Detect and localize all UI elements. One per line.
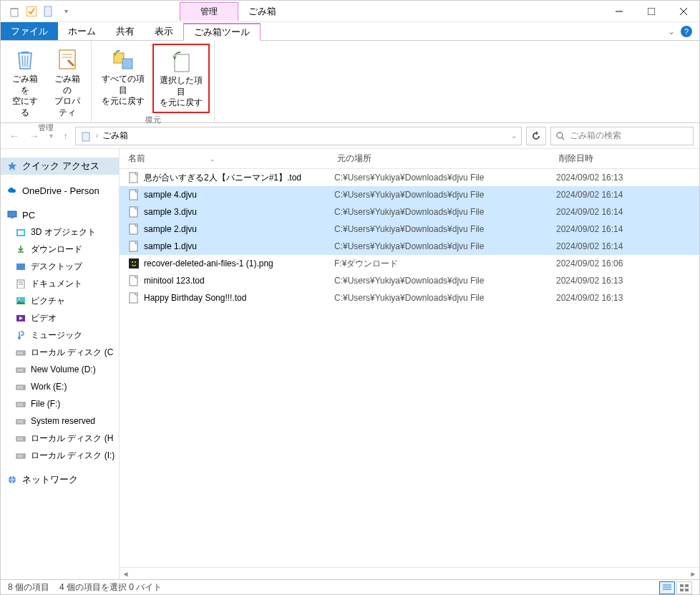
file-deleted-date: 2024/09/02 16:13 [556, 276, 699, 286]
file-name: sample 3.djvu [144, 207, 197, 217]
sidebar-label: ドキュメント [31, 278, 82, 290]
file-location: C:¥Users¥Yukiya¥Downloads¥djvu File [334, 276, 556, 286]
sidebar-item-network[interactable]: ネットワーク [1, 471, 119, 488]
sidebar-item-pc[interactable]: PC [1, 206, 119, 223]
tab-file[interactable]: ファイル [1, 22, 58, 40]
svg-point-41 [23, 421, 24, 422]
sidebar-item[interactable]: New Volume (D:) [1, 361, 119, 378]
folder-icon [15, 295, 26, 306]
maximize-button[interactable] [635, 1, 667, 22]
navigation-bar: ← → ▾ ↑ › ごみ箱 ⌄ ごみ箱の検索 [1, 123, 699, 149]
file-icon [128, 172, 140, 183]
sidebar-label: ダウンロード [31, 243, 82, 256]
sidebar-item-onedrive[interactable]: OneDrive - Person [1, 182, 119, 199]
sidebar-item[interactable]: ローカル ディスク (I:) [1, 447, 119, 464]
thumbnails-view-button[interactable] [676, 581, 692, 594]
scroll-left-icon[interactable]: ◄ [120, 568, 132, 579]
column-header-name[interactable]: 名前⌄ [120, 153, 334, 165]
tab-home[interactable]: ホーム [58, 22, 106, 40]
forward-button[interactable]: → [26, 129, 42, 143]
disk-icon [15, 381, 26, 392]
sidebar-item-quick-access[interactable]: クイック アクセス [1, 158, 119, 175]
recycle-bin-properties-button[interactable]: ごみ箱の プロパティ [47, 44, 87, 121]
chevron-right-icon: › [96, 132, 98, 140]
sidebar-item[interactable]: System reserved [1, 412, 119, 430]
file-row[interactable]: sample 3.djvuC:¥Users¥Yukiya¥Downloads¥d… [120, 203, 699, 221]
dropdown-icon[interactable]: ▾ [59, 5, 72, 18]
file-name: Happy Birthday Song!!!.tod [144, 293, 246, 303]
checkbox-icon[interactable] [25, 5, 38, 18]
svg-rect-24 [16, 263, 25, 270]
file-row[interactable]: Happy Birthday Song!!!.todC:¥Users¥Yukiy… [120, 289, 699, 306]
sidebar-label: ローカル ディスク (C [31, 347, 113, 359]
refresh-button[interactable] [526, 127, 546, 145]
content-area: クイック アクセス OneDrive - Person PC 3D オブジェクト… [1, 149, 699, 579]
restore-selected-button[interactable]: 選択した項目 を元に戻す [152, 44, 210, 113]
status-item-count: 8 個の項目 [8, 581, 49, 594]
column-header-location[interactable]: 元の場所 [334, 153, 556, 165]
file-row[interactable]: recover-deleted-ani-files-1 (1).pngF:¥ダウ… [120, 255, 699, 272]
ribbon-group-restore: すべての項目 を元に戻す 選択した項目 を元に戻す 復元 [92, 41, 215, 122]
file-row[interactable]: sample 2.djvuC:¥Users¥Yukiya¥Downloads¥d… [120, 221, 699, 238]
sidebar-item[interactable]: Work (E:) [1, 378, 119, 395]
sidebar-item[interactable]: ビデオ [1, 309, 119, 326]
file-icon [128, 292, 140, 304]
svg-point-31 [18, 337, 21, 339]
file-row[interactable]: sample 1.djvuC:¥Users¥Yukiya¥Downloads¥d… [120, 238, 699, 255]
disk-icon [15, 450, 26, 461]
file-location: C:¥Users¥Yukiya¥Downloads¥djvu File [334, 241, 556, 251]
horizontal-scrollbar[interactable]: ◄ ► [120, 567, 699, 579]
svg-point-33 [23, 352, 24, 354]
sidebar-label: クイック アクセス [22, 160, 99, 173]
column-header-deleted[interactable]: 削除日時 [556, 153, 699, 165]
svg-point-45 [23, 455, 24, 457]
disk-icon [15, 415, 26, 427]
tab-share[interactable]: 共有 [106, 22, 145, 40]
close-button[interactable] [667, 1, 699, 22]
back-button[interactable]: ← [6, 129, 22, 143]
recent-locations-button[interactable]: ▾ [47, 130, 56, 141]
tab-view[interactable]: 表示 [145, 22, 183, 40]
tab-recycle-bin-tools[interactable]: ごみ箱ツール [183, 23, 261, 41]
sidebar-item[interactable]: 3D オブジェクト [1, 223, 119, 241]
sidebar-item[interactable]: File (F:) [1, 395, 119, 412]
details-view-button[interactable] [659, 581, 675, 594]
properties-icon [54, 47, 80, 72]
file-name: recover-deleted-ani-files-1 (1).png [144, 258, 273, 269]
minimize-button[interactable] [603, 1, 635, 22]
file-row[interactable]: sample 4.djvuC:¥Users¥Yukiya¥Downloads¥d… [120, 186, 699, 203]
sidebar-item[interactable]: ピクチャ [1, 292, 119, 309]
file-deleted-date: 2024/09/02 16:14 [556, 241, 699, 251]
sidebar-item[interactable]: ダウンロード [1, 241, 119, 258]
up-button[interactable]: ↑ [60, 129, 71, 143]
star-icon [6, 160, 18, 172]
titlebar: ▾ 管理 ごみ箱 [1, 1, 699, 22]
file-deleted-date: 2024/09/02 16:14 [556, 190, 699, 200]
file-deleted-date: 2024/09/02 16:13 [556, 173, 699, 183]
help-icon[interactable]: ? [681, 26, 692, 37]
group-label: 復元 [145, 113, 161, 125]
search-box[interactable]: ごみ箱の検索 [550, 127, 694, 145]
recycle-bin-icon [12, 47, 38, 72]
file-row[interactable]: 息が合いすぎる2人【バニーマン#1】.todC:¥Users¥Yukiya¥Do… [120, 169, 699, 186]
restore-all-button[interactable]: すべての項目 を元に戻す [96, 44, 150, 113]
chevron-down-icon[interactable]: ⌄ [511, 132, 517, 140]
search-icon [555, 131, 565, 141]
document-icon[interactable] [42, 5, 55, 18]
sidebar-label: 3D オブジェクト [31, 226, 96, 238]
sidebar-item[interactable]: ミュージック [1, 326, 119, 344]
file-row[interactable]: minitool 123.todC:¥Users¥Yukiya¥Download… [120, 272, 699, 289]
scroll-right-icon[interactable]: ► [687, 568, 699, 579]
svg-point-29 [19, 299, 21, 301]
chevron-down-icon[interactable]: ⌄ [668, 26, 675, 37]
file-rows: 息が合いすぎる2人【バニーマン#1】.todC:¥Users¥Yukiya¥Do… [120, 169, 699, 579]
sidebar-item[interactable]: ドキュメント [1, 275, 119, 292]
empty-recycle-bin-button[interactable]: ごみ箱を 空にする [5, 44, 44, 121]
sidebar-item[interactable]: ローカル ディスク (H [1, 430, 119, 447]
sidebar-label: New Volume (D:) [31, 364, 96, 374]
file-location: F:¥ダウンロード [334, 258, 556, 270]
sidebar-item[interactable]: ローカル ディスク (C [1, 344, 119, 361]
sidebar-item[interactable]: デスクトップ [1, 258, 119, 275]
location-text: ごみ箱 [102, 130, 128, 142]
address-bar[interactable]: › ごみ箱 ⌄ [75, 127, 522, 145]
